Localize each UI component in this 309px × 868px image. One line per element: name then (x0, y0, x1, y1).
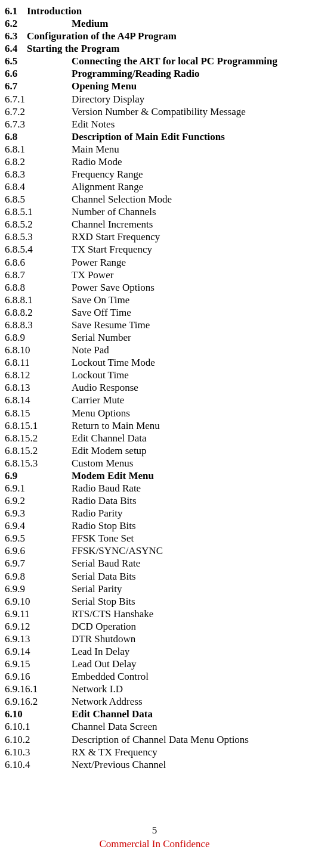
toc-entry-number: 6.7.3 (5, 118, 72, 130)
toc-entry-number: 6.8.10 (5, 344, 72, 356)
toc-entry-number: 6.8.15 (5, 407, 72, 419)
toc-entry-title: Medium (72, 17, 108, 30)
toc-entry-title: Starting the Program (27, 42, 120, 55)
toc-entry-title: Radio Stop Bits (72, 519, 136, 532)
toc-entry-title: Power Save Options (72, 281, 154, 294)
toc-entry: 6.10.1Channel Data Screen (5, 720, 309, 733)
toc-entry-title: TX Power (72, 269, 113, 281)
toc-entry: 6.8.8.1Save On Time (5, 294, 309, 306)
toc-entry-title: Embedded Control (72, 670, 149, 683)
toc-entry-number: 6.8.12 (5, 369, 72, 381)
toc-entry-number: 6.9.16 (5, 670, 72, 683)
toc-entry-number: 6.8.11 (5, 356, 72, 369)
toc-entry-title: Edit Modem setup (72, 444, 147, 457)
toc-entry: 6.8.11Lockout Time Mode (5, 356, 309, 369)
toc-entry-number: 6.7.1 (5, 93, 72, 105)
toc-entry-number: 6.8.3 (5, 168, 72, 181)
toc-entry-number: 6.6 (5, 67, 72, 80)
toc-entry-number: 6.8.7 (5, 269, 72, 281)
toc-entry-title: Custom Menus (72, 457, 133, 469)
toc-entry: 6.8.6Power Range (5, 256, 309, 269)
toc-entry-title: DCD Operation (72, 620, 136, 633)
toc-entry-title: RX & TX Frequency (72, 746, 157, 758)
toc-entry-title: Edit Notes (72, 118, 115, 130)
toc-entry: 6.4Starting the Program (5, 42, 309, 55)
toc-entry: 6.3Configuration of the A4P Program (5, 30, 309, 42)
toc-entry-title: Description of Main Edit Functions (72, 130, 225, 143)
toc-entry-number: 6.9.9 (5, 583, 72, 595)
toc-entry-number: 6.8.9 (5, 331, 72, 344)
toc-entry-number: 6.1 (5, 5, 27, 17)
toc-entry-title: RXD Start Frequency (72, 231, 160, 243)
toc-entry: 6.9.11RTS/CTS Hanshake (5, 608, 309, 620)
toc-entry: 6.9.6FFSK/SYNC/ASYNC (5, 545, 309, 557)
toc-entry: 6.6Programming/Reading Radio (5, 67, 309, 80)
toc-entry-number: 6.8.6 (5, 256, 72, 269)
toc-entry-title: Serial Parity (72, 583, 122, 595)
toc-entry-number: 6.9 (5, 469, 72, 482)
toc-entry-number: 6.10.1 (5, 720, 72, 733)
toc-entry-number: 6.8.13 (5, 381, 72, 394)
toc-entry: 6.9.5FFSK Tone Set (5, 532, 309, 545)
toc-entry-number: 6.8.15.3 (5, 457, 72, 469)
toc-entry: 6.1Introduction (5, 5, 309, 17)
toc-entry-title: Save Off Time (72, 306, 131, 319)
toc-entry-number: 6.2 (5, 17, 72, 30)
page-footer: 5 Commercial In Confidence (0, 824, 309, 850)
toc-entry: 6.8.15.1Return to Main Menu (5, 419, 309, 432)
toc-entry-title: Alignment Range (72, 181, 143, 193)
toc-entry: 6.8.15.2Edit Channel Data (5, 432, 309, 444)
toc-entry: 6.10Edit Channel Data (5, 708, 309, 720)
toc-entry-number: 6.9.12 (5, 620, 72, 633)
toc-entry: 6.9.1Radio Baud Rate (5, 482, 309, 494)
toc-entry: 6.5Connecting the ART for local PC Progr… (5, 55, 309, 67)
toc-entry-number: 6.9.16.2 (5, 695, 72, 708)
toc-entry-number: 6.10.2 (5, 733, 72, 746)
toc-entry-number: 6.9.14 (5, 645, 72, 658)
toc-entry: 6.8.15.3Custom Menus (5, 457, 309, 469)
toc-entry: 6.9.10Serial Stop Bits (5, 595, 309, 608)
toc-entry-number: 6.8 (5, 130, 72, 143)
toc-entry-number: 6.3 (5, 30, 27, 42)
toc-entry-number: 6.8.5.3 (5, 231, 72, 243)
toc-entry: 6.7.2Version Number & Compatibility Mess… (5, 105, 309, 118)
toc-entry-title: DTR Shutdown (72, 633, 135, 645)
toc-entry-number: 6.8.8 (5, 281, 72, 294)
toc-entry-number: 6.8.15.2 (5, 432, 72, 444)
toc-entry: 6.7.3Edit Notes (5, 118, 309, 130)
toc-entry-title: Return to Main Menu (72, 419, 160, 432)
toc-entry-number: 6.9.7 (5, 557, 72, 570)
toc-entry-title: Serial Baud Rate (72, 557, 140, 570)
toc-entry-number: 6.8.14 (5, 394, 72, 406)
toc-entry: 6.10.4Next/Previous Channel (5, 758, 309, 771)
toc-entry-number: 6.8.5.2 (5, 218, 72, 231)
toc-entry-title: Description of Channel Data Menu Options (72, 733, 249, 746)
toc-entry-number: 6.8.8.2 (5, 306, 72, 319)
toc-entry: 6.8.2Radio Mode (5, 155, 309, 168)
toc-entry-title: Number of Channels (72, 206, 156, 218)
toc-entry-number: 6.8.5 (5, 193, 72, 206)
toc-entry: 6.8.5Channel Selection Mode (5, 193, 309, 206)
toc-entry: 6.9.8Serial Data Bits (5, 570, 309, 583)
toc-entry-title: FFSK/SYNC/ASYNC (72, 545, 163, 557)
toc-entry: 6.9.16Embedded Control (5, 670, 309, 683)
toc-entry: 6.8.4Alignment Range (5, 181, 309, 193)
toc-entry-number: 6.9.5 (5, 532, 72, 545)
toc-entry-number: 6.10.3 (5, 746, 72, 758)
toc-entry-number: 6.9.10 (5, 595, 72, 608)
toc-entry-number: 6.9.3 (5, 507, 72, 519)
toc-entry: 6.8.5.1Number of Channels (5, 206, 309, 218)
toc-entry: 6.10.2Description of Channel Data Menu O… (5, 733, 309, 746)
toc-entry: 6.8.13Audio Response (5, 381, 309, 394)
toc-entry-title: TX Start Frequency (72, 243, 152, 256)
toc-entry-title: Directory Display (72, 93, 144, 105)
toc-entry-title: Lockout Time Mode (72, 356, 155, 369)
toc-entry-number: 6.7 (5, 80, 72, 92)
toc-entry-title: Note Pad (72, 344, 109, 356)
toc-entry-number: 6.7.2 (5, 105, 72, 118)
toc-entry: 6.9.13DTR Shutdown (5, 633, 309, 645)
toc-entry: 6.9.12DCD Operation (5, 620, 309, 633)
toc-entry-number: 6.9.2 (5, 494, 72, 507)
toc-entry-title: Edit Channel Data (72, 432, 147, 444)
toc-entry-title: Edit Channel Data (72, 708, 153, 720)
